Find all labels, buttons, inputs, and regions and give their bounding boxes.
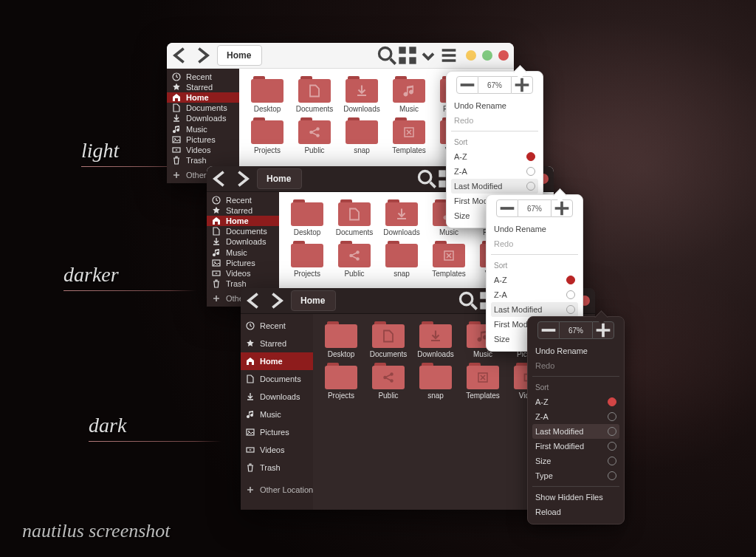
window-maximize-button[interactable] <box>482 50 492 61</box>
sidebar-item-downloads[interactable]: Downloads <box>207 236 279 247</box>
folder-projects[interactable]: Projects <box>319 363 363 400</box>
folder-projects[interactable]: Projects <box>285 241 329 278</box>
folder-snap[interactable]: snap <box>340 117 384 154</box>
sort-option-type[interactable]: Type <box>532 468 619 483</box>
folder-templates[interactable]: Templates <box>387 117 431 154</box>
folder-downloads[interactable]: Downloads <box>413 321 458 358</box>
sidebar-item-home[interactable]: Home <box>241 352 313 370</box>
radio-icon <box>526 167 535 176</box>
sidebar-item-downloads[interactable]: Downloads <box>167 113 239 123</box>
folder-desktop[interactable]: Desktop <box>319 321 363 358</box>
sidebar-item-trash[interactable]: Trash <box>167 155 239 165</box>
back-button[interactable] <box>170 45 190 66</box>
sort-option-last modified[interactable]: Last Modified <box>491 302 578 317</box>
sidebar-item-videos[interactable]: Videos <box>207 268 279 278</box>
path-bar[interactable]: Home <box>217 45 262 66</box>
back-button[interactable] <box>244 290 264 311</box>
zoom-out-button[interactable] <box>537 321 560 339</box>
menu-item-undo[interactable]: Undo Rename <box>532 344 619 358</box>
forward-button[interactable] <box>192 45 213 66</box>
window-minimize-button[interactable] <box>466 50 476 61</box>
folder-desktop[interactable]: Desktop <box>245 76 289 113</box>
search-button[interactable] <box>416 168 437 189</box>
sidebar-other-locations[interactable]: Other Locations <box>241 481 313 499</box>
folder-templates[interactable]: Templates <box>461 363 505 400</box>
sidebar-item-music[interactable]: Music <box>167 123 239 134</box>
sidebar-item-videos[interactable]: Videos <box>167 145 239 155</box>
menu-item-show hidden files[interactable]: Show Hidden Files <box>532 490 619 505</box>
folder-downloads[interactable]: Downloads <box>340 76 384 113</box>
sidebar-item-documents[interactable]: Documents <box>207 226 279 236</box>
sort-option-z-a[interactable]: Z-A <box>491 287 578 302</box>
path-bar[interactable]: Home <box>257 168 302 189</box>
sidebar-item-documents[interactable]: Documents <box>241 370 313 388</box>
folder-documents[interactable]: Documents <box>292 76 337 113</box>
folder-desktop[interactable]: Desktop <box>285 199 329 236</box>
zoom-in-button[interactable] <box>551 199 573 217</box>
folder-documents[interactable]: Documents <box>332 199 377 236</box>
zoom-out-button[interactable] <box>496 199 518 217</box>
sidebar-item-home[interactable]: Home <box>167 92 239 103</box>
window-close-button[interactable] <box>498 50 509 61</box>
view-options-button[interactable] <box>418 45 439 66</box>
folder-documents[interactable]: Documents <box>366 321 410 358</box>
sidebar-item-music[interactable]: Music <box>207 247 279 257</box>
sidebar-item-pictures[interactable]: Pictures <box>167 134 239 145</box>
sort-option-z-a[interactable]: Z-A <box>451 164 538 179</box>
sidebar-item-documents[interactable]: Documents <box>167 103 239 113</box>
zoom-out-button[interactable] <box>456 76 478 94</box>
sort-option-a-z[interactable]: A-Z <box>532 394 619 409</box>
folder-icon <box>338 241 371 267</box>
sidebar-item-starred[interactable]: Starred <box>207 205 279 216</box>
path-location: Home <box>300 295 325 306</box>
folder-templates[interactable]: Templates <box>427 241 471 278</box>
sort-option-a-z[interactable]: A-Z <box>451 149 538 164</box>
sort-option-z-a[interactable]: Z-A <box>532 409 619 424</box>
sort-option-first modified[interactable]: First Modified <box>532 439 619 454</box>
menu-item-undo[interactable]: Undo Rename <box>451 98 538 113</box>
folder-music[interactable]: Music <box>387 76 431 113</box>
folder-snap[interactable]: snap <box>379 241 424 278</box>
sidebar-item-pictures[interactable]: Pictures <box>241 423 313 441</box>
sidebar-item-downloads[interactable]: Downloads <box>241 388 313 406</box>
folder-public[interactable]: Public <box>366 363 410 400</box>
forward-button[interactable] <box>266 290 286 311</box>
sort-option-last modified[interactable]: Last Modified <box>451 179 538 194</box>
sort-option-size[interactable]: Size <box>532 454 619 468</box>
sidebar-item-videos[interactable]: Videos <box>241 441 313 459</box>
sidebar-item-recent[interactable]: Recent <box>241 317 313 335</box>
hamburger-menu-button[interactable] <box>439 45 459 66</box>
sidebar-item-recent[interactable]: Recent <box>207 195 279 205</box>
forward-button[interactable] <box>232 168 252 189</box>
view-grid-button[interactable] <box>397 45 418 66</box>
sidebar-item-home[interactable]: Home <box>207 216 279 226</box>
sidebar-item-label: Documents <box>226 227 267 236</box>
sidebar-item-recent[interactable]: Recent <box>167 72 239 82</box>
search-button[interactable] <box>377 45 397 66</box>
folder-public[interactable]: Public <box>332 241 377 278</box>
sidebar-item-starred[interactable]: Starred <box>167 82 239 92</box>
zoom-in-button[interactable] <box>592 321 614 339</box>
folder-label: snap <box>427 392 444 400</box>
zoom-in-button[interactable] <box>511 76 533 94</box>
sort-option-a-z[interactable]: A-Z <box>491 273 578 287</box>
path-bar[interactable]: Home <box>291 290 336 311</box>
menu-item-undo[interactable]: Undo Rename <box>491 222 578 236</box>
titlebar[interactable]: Home <box>167 43 514 69</box>
search-button[interactable] <box>458 290 478 311</box>
sidebar-item-trash[interactable]: Trash <box>241 459 313 476</box>
sidebar-item-label: Trash <box>226 279 247 288</box>
folder-downloads[interactable]: Downloads <box>379 199 424 236</box>
sort-option-last modified[interactable]: Last Modified <box>532 424 619 439</box>
sidebar-item-pictures[interactable]: Pictures <box>207 258 279 268</box>
back-button[interactable] <box>210 168 230 189</box>
folder-projects[interactable]: Projects <box>245 117 289 154</box>
folder-icon <box>325 363 357 389</box>
sidebar-item-trash[interactable]: Trash <box>207 278 279 289</box>
sort-option-label: Last Modified <box>535 427 583 436</box>
menu-item-reload[interactable]: Reload <box>532 505 619 519</box>
sidebar-item-music[interactable]: Music <box>241 406 313 423</box>
folder-public[interactable]: Public <box>292 117 337 154</box>
folder-snap[interactable]: snap <box>413 363 458 400</box>
sidebar-item-starred[interactable]: Starred <box>241 335 313 352</box>
